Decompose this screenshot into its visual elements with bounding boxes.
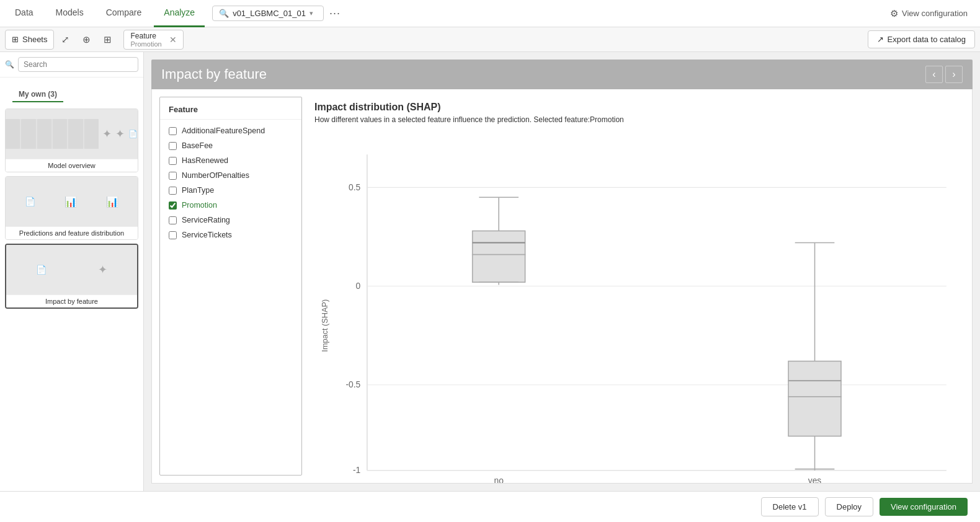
feature-checkbox-penalties[interactable] (169, 172, 177, 180)
tab-pill-sub: Promotion (130, 40, 161, 48)
tab-close-button[interactable]: ✕ (169, 35, 177, 45)
search-icon: 🔍 (219, 9, 229, 18)
bottom-bar: Delete v1 Deploy View configuration (0, 491, 980, 522)
feature-item-basefee[interactable]: BaseFee (160, 138, 301, 153)
doc-icon: 📄 (128, 130, 138, 138)
chart-subtitle-feature: Promotion (590, 115, 624, 124)
puzzle-icon: ✦ (102, 127, 112, 141)
tab-pill-main: Feature (130, 32, 161, 40)
feature-checkbox-plantype[interactable] (169, 187, 177, 195)
svg-text:no: no (494, 476, 504, 484)
toolbar-btn-1[interactable]: ⤢ (55, 30, 75, 50)
doc-icon-3: 📄 (36, 265, 47, 275)
sheets-button[interactable]: ⊞ Sheets (5, 30, 54, 50)
sliders-icon: ⚙ (890, 8, 898, 19)
page-title-bar: Impact by feature ‹ › (151, 60, 973, 89)
feature-checkbox-basefee[interactable] (169, 142, 177, 150)
feature-item-plantype[interactable]: PlanType (160, 183, 301, 198)
sheet-card-predictions[interactable]: 📄 📊 📊 Predictions and feature distributi… (5, 176, 138, 240)
feature-checkbox-servicetickets[interactable] (169, 231, 177, 239)
search-input[interactable] (18, 57, 138, 72)
svg-rect-15 (473, 255, 525, 283)
tab-pill-content: Feature Promotion (130, 32, 161, 48)
feature-panel-title: Feature (160, 97, 301, 120)
toolbar-btn-3[interactable]: ⊞ (97, 30, 117, 50)
content-area: Impact by feature ‹ › Feature Additional… (144, 52, 980, 491)
model-selector[interactable]: 🔍 v01_LGBMC_01_01 ▾ (212, 6, 324, 21)
svg-rect-24 (788, 397, 841, 436)
feature-checkbox-servicerating[interactable] (169, 216, 177, 224)
more-options-button[interactable]: ··· (326, 5, 344, 22)
feature-item-servicerating[interactable]: ServiceRating (160, 213, 301, 228)
page-title: Impact by feature (161, 66, 925, 82)
top-nav: Data Models Compare Analyze 🔍 v01_LGBMC_… (0, 0, 980, 27)
feature-label-hasrenewed: HasRenewed (182, 156, 228, 165)
next-arrow[interactable]: › (945, 66, 963, 83)
sheet-card-impact[interactable]: 📄 ✦ Impact by feature (5, 244, 138, 309)
feature-list: AdditionalFeatureSpend BaseFee HasRenewe… (160, 120, 301, 246)
search-bar: 🔍 (0, 52, 143, 77)
secondary-toolbar: ⊞ Sheets ⤢ ⊕ ⊞ Feature Promotion ✕ ↗ Exp… (0, 27, 980, 52)
feature-label-servicerating: ServiceRating (182, 216, 230, 224)
svg-text:-1: -1 (353, 466, 360, 475)
sidebar: 🔍 My own (3) ✦ ✦ (0, 52, 144, 491)
deploy-button[interactable]: Deploy (825, 497, 873, 516)
svg-text:-0.5: -0.5 (346, 380, 361, 389)
feature-label-plantype: PlanType (182, 186, 214, 195)
svg-text:0.5: 0.5 (349, 183, 360, 192)
feature-item-penalties[interactable]: NumberOfPenalties (160, 168, 301, 183)
sheet-card-impact-label: Impact by feature (6, 294, 137, 307)
chart-area: Impact distribution (SHAP) How different… (302, 89, 972, 483)
tab-models[interactable]: Models (46, 0, 94, 27)
view-configuration-button-bottom[interactable]: View configuration (880, 498, 968, 516)
feature-checkbox-additional[interactable] (169, 127, 177, 135)
doc-icon-2: 📄 (25, 197, 35, 206)
feature-item-promotion[interactable]: Promotion (160, 198, 301, 213)
delete-button[interactable]: Delete v1 (761, 497, 819, 516)
feature-label-promotion: Promotion (182, 201, 217, 210)
sheets-label: Sheets (22, 35, 47, 44)
feature-tab-pill[interactable]: Feature Promotion ✕ (123, 30, 183, 50)
feature-panel: Feature AdditionalFeatureSpend BaseFee H… (159, 97, 302, 476)
feature-label-additional: AdditionalFeatureSpend (182, 126, 265, 135)
feature-label-penalties: NumberOfPenalties (182, 171, 249, 180)
chart-title: Impact distribution (SHAP) (314, 102, 960, 113)
section-label: My own (3) (12, 85, 63, 102)
search-icon: 🔍 (5, 60, 14, 69)
chart-subtitle-text: How different values in a selected featu… (314, 115, 590, 124)
grid-icon: ⊞ (12, 35, 19, 44)
svg-text:yes: yes (808, 476, 822, 484)
feature-item-servicetickets[interactable]: ServiceTickets (160, 228, 301, 242)
feature-label-basefee: BaseFee (182, 141, 213, 150)
main-layout: 🔍 My own (3) ✦ ✦ (0, 52, 980, 491)
model-selector-value: v01_LGBMC_01_01 (233, 9, 306, 18)
sheet-card-label: Model overview (6, 159, 138, 172)
sheet-card-model-overview[interactable]: ✦ ✦ 📄 Model overview (5, 108, 138, 172)
feature-checkbox-hasrenewed[interactable] (169, 157, 177, 165)
feature-item-additional[interactable]: AdditionalFeatureSpend (160, 123, 301, 138)
feature-item-hasrenewed[interactable]: HasRenewed (160, 153, 301, 168)
nav-arrows: ‹ › (925, 66, 963, 83)
tab-analyze[interactable]: Analyze (154, 0, 205, 27)
export-button[interactable]: ↗ Export data to catalog (868, 30, 975, 48)
puzzle-icon-2: ✦ (115, 127, 125, 141)
tab-data[interactable]: Data (5, 0, 43, 27)
chart-svg: 0.5 0 -0.5 -1 Impact (SHAP) (314, 134, 960, 484)
bar-chart-icon: 📊 (65, 196, 77, 208)
svg-text:0: 0 (356, 281, 361, 291)
sheet-card-predictions-label: Predictions and feature distribution (6, 226, 138, 239)
nav-right: ⚙ View configuration (883, 4, 975, 23)
feature-checkbox-promotion[interactable] (169, 201, 177, 210)
feature-label-servicetickets: ServiceTickets (182, 231, 232, 239)
view-configuration-button[interactable]: ⚙ View configuration (883, 4, 975, 23)
chart-subtitle: How different values in a selected featu… (314, 115, 960, 124)
bar-chart-icon-2: 📊 (106, 196, 118, 208)
export-label: Export data to catalog (888, 35, 966, 44)
chevron-down-icon: ▾ (310, 9, 317, 17)
prev-arrow[interactable]: ‹ (925, 66, 943, 83)
tab-compare[interactable]: Compare (96, 0, 152, 27)
toolbar-btn-2[interactable]: ⊕ (76, 30, 96, 50)
svg-rect-21 (788, 361, 841, 381)
content-body: Feature AdditionalFeatureSpend BaseFee H… (151, 89, 973, 484)
chart-container: 0.5 0 -0.5 -1 Impact (SHAP) (314, 134, 960, 484)
